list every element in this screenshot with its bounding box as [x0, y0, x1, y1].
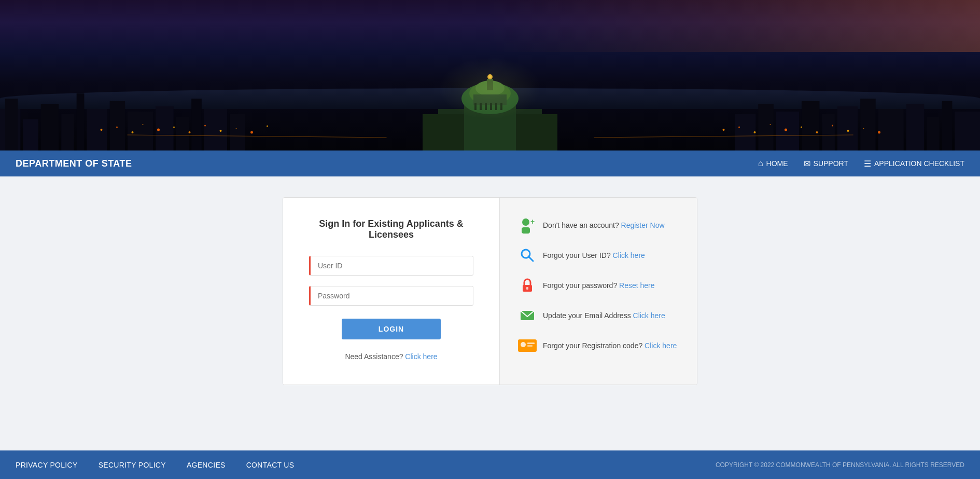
svg-point-51	[219, 130, 221, 132]
footer-contact-link[interactable]: CONTACT US	[246, 461, 295, 469]
checklist-icon: ☰	[864, 159, 871, 169]
svg-point-48	[173, 127, 175, 128]
svg-point-59	[785, 129, 787, 131]
svg-point-58	[769, 124, 771, 125]
assistance-text: Need Assistance? Click here	[309, 352, 473, 361]
hero-banner	[0, 0, 980, 150]
login-button[interactable]: LOGIN	[342, 319, 440, 339]
forgot-userid-link[interactable]: Click here	[613, 251, 645, 259]
svg-point-62	[832, 125, 833, 127]
navbar: DEPARTMENT OF STATE ⌂ HOME ✉ SUPPORT ☰ A…	[0, 150, 980, 176]
svg-point-61	[816, 131, 818, 133]
login-title: Sign In for Existing Applicants & Licens…	[309, 218, 473, 240]
support-icon: ✉	[804, 159, 810, 169]
nav-checklist-label: APPLICATION CHECKLIST	[874, 159, 964, 168]
svg-point-43	[100, 129, 102, 131]
svg-point-54	[267, 126, 268, 127]
home-icon: ⌂	[758, 159, 763, 168]
svg-point-50	[204, 125, 206, 127]
footer: PRIVACY POLICY SECURITY POLICY AGENCIES …	[0, 450, 980, 479]
navbar-links: ⌂ HOME ✉ SUPPORT ☰ APPLICATION CHECKLIST	[758, 159, 964, 169]
password-group	[309, 286, 473, 306]
svg-point-60	[801, 127, 802, 128]
svg-point-45	[131, 131, 133, 133]
svg-rect-79	[527, 345, 533, 347]
svg-point-65	[878, 131, 880, 134]
svg-point-53	[250, 131, 253, 134]
userid-input[interactable]	[309, 256, 473, 276]
svg-point-57	[753, 131, 755, 133]
register-icon: +	[518, 216, 537, 235]
svg-rect-2	[23, 119, 38, 150]
svg-rect-74	[526, 287, 528, 290]
help-item-update-email: Update your Email Address Click here	[518, 306, 679, 325]
navbar-brand: DEPARTMENT OF STATE	[16, 158, 132, 169]
forgot-registration-link[interactable]: Click here	[645, 341, 677, 350]
main-content: Sign In for Existing Applicants & Licens…	[0, 176, 980, 450]
svg-point-68	[522, 218, 529, 226]
svg-point-56	[738, 127, 740, 128]
footer-agencies-link[interactable]: AGENCIES	[187, 461, 226, 469]
search-icon	[518, 246, 537, 265]
email-icon	[518, 306, 537, 325]
help-panel: + Don't have an account? Register Now	[500, 198, 697, 385]
id-card-icon	[518, 336, 537, 355]
assistance-link[interactable]: Click here	[405, 352, 437, 361]
help-item-register: + Don't have an account? Register Now	[518, 216, 679, 235]
nav-support[interactable]: ✉ SUPPORT	[804, 159, 848, 169]
footer-copyright: COPYRIGHT © 2022 COMMONWEALTH OF PENNSYL…	[716, 461, 964, 469]
svg-point-55	[722, 129, 724, 131]
lock-icon	[518, 276, 537, 295]
help-item-forgot-registration: Forgot your Registration code? Click her…	[518, 336, 679, 355]
svg-rect-78	[527, 343, 535, 344]
svg-point-46	[142, 124, 143, 125]
svg-line-72	[529, 257, 533, 261]
nav-home-label: HOME	[766, 159, 788, 168]
svg-rect-25	[955, 112, 980, 150]
login-container: Sign In for Existing Applicants & Licens…	[283, 197, 697, 385]
password-input[interactable]	[309, 286, 473, 306]
svg-point-52	[235, 128, 236, 129]
help-item-forgot-userid: Forgot your User ID? Click here	[518, 246, 679, 265]
login-form-panel: Sign In for Existing Applicants & Licens…	[283, 198, 500, 385]
svg-rect-24	[942, 101, 952, 150]
nav-home[interactable]: ⌂ HOME	[758, 159, 788, 168]
svg-text:+: +	[530, 217, 535, 226]
svg-point-49	[188, 131, 190, 133]
help-item-forgot-password: Forgot your password? Reset here	[518, 276, 679, 295]
update-email-link[interactable]: Click here	[633, 311, 665, 320]
userid-group	[309, 256, 473, 276]
footer-security-link[interactable]: SECURITY POLICY	[99, 461, 166, 469]
nav-checklist[interactable]: ☰ APPLICATION CHECKLIST	[864, 159, 964, 169]
svg-point-64	[863, 128, 864, 129]
nav-support-label: SUPPORT	[814, 159, 848, 168]
register-link[interactable]: Register Now	[621, 221, 665, 229]
forgot-password-link[interactable]: Reset here	[619, 281, 654, 290]
svg-line-67	[594, 135, 853, 138]
svg-rect-1	[5, 99, 18, 150]
svg-line-66	[127, 135, 386, 138]
svg-point-63	[847, 130, 849, 132]
footer-privacy-link[interactable]: PRIVACY POLICY	[16, 461, 78, 469]
svg-point-77	[521, 342, 526, 347]
svg-rect-69	[522, 227, 530, 234]
svg-point-47	[157, 129, 160, 131]
svg-point-44	[116, 127, 118, 128]
